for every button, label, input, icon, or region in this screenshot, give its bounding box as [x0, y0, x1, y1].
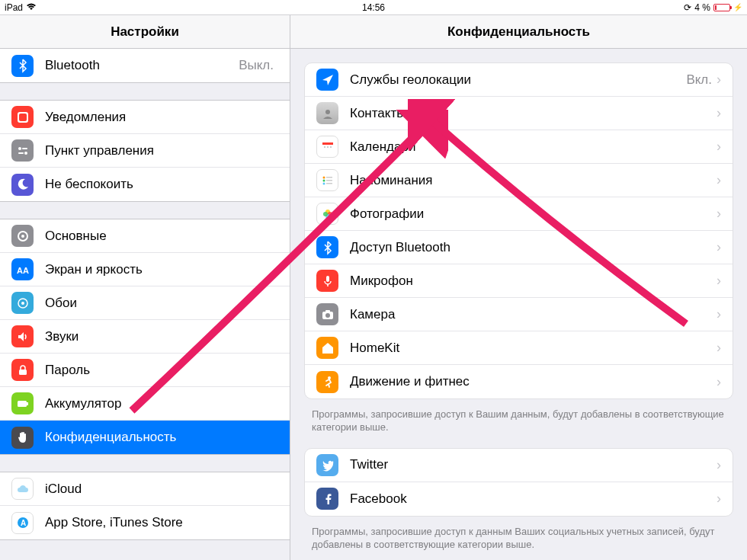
- detail-title: Конфиденциальность: [290, 15, 747, 48]
- detail-item-calendars[interactable]: Календари ›: [305, 130, 733, 164]
- row-label: Twitter: [350, 457, 717, 472]
- row-label: Календари: [350, 139, 717, 155]
- detail-item-reminders[interactable]: Напоминания ›: [305, 164, 733, 197]
- hand-icon: [11, 427, 34, 449]
- sidebar-item-bluetooth[interactable]: Bluetooth Выкл.: [0, 49, 290, 82]
- chevron-right-icon: ›: [717, 340, 721, 356]
- wifi-icon: [26, 2, 37, 13]
- svg-point-22: [322, 176, 325, 178]
- sidebar-item-passcode[interactable]: Пароль: [0, 354, 290, 387]
- sidebar-item-sounds[interactable]: Звуки: [0, 320, 290, 354]
- row-label: Не беспокоить: [45, 177, 278, 192]
- svg-rect-5: [18, 152, 24, 154]
- row-label: Службы геолокации: [350, 72, 686, 88]
- detail-item-contacts[interactable]: Контакты ›: [305, 97, 733, 130]
- row-label: Напоминания: [350, 173, 717, 188]
- detail-footer-0: Программы, запросившие доступ к Вашим да…: [290, 404, 747, 434]
- sidebar-item-general[interactable]: Основные: [0, 219, 290, 253]
- svg-rect-19: [324, 146, 325, 148]
- cloud-icon: [11, 478, 34, 500]
- chevron-right-icon: ›: [717, 491, 721, 507]
- row-label: Уведомления: [45, 110, 278, 125]
- sidebar-title: Настройки: [0, 15, 290, 48]
- svg-rect-3: [22, 148, 27, 149]
- row-label: Экран и яркость: [45, 262, 278, 277]
- svg-text:A: A: [21, 519, 26, 527]
- row-label: Аккумулятор: [45, 396, 278, 411]
- motion-icon: [316, 371, 338, 393]
- detail-pane: Службы геолокации Вкл. › Контакты › Кале…: [290, 49, 747, 560]
- status-bar: iPad 14:56 ⟳ 4 % ⚡: [0, 0, 747, 15]
- chevron-right-icon: ›: [717, 172, 721, 188]
- chevron-right-icon: ›: [717, 374, 721, 390]
- row-label: Конфиденциальность: [45, 430, 278, 445]
- sidebar-item-control-center[interactable]: Пункт управления: [0, 134, 290, 168]
- svg-point-35: [325, 313, 330, 318]
- chevron-right-icon: ›: [717, 206, 721, 222]
- svg-text:AA: AA: [17, 266, 29, 275]
- twitter-icon: [316, 454, 338, 476]
- row-label: Пароль: [45, 363, 278, 378]
- row-label: Основные: [45, 229, 278, 244]
- sidebar-item-notifications[interactable]: Уведомления: [0, 101, 290, 134]
- chevron-right-icon: ›: [717, 273, 721, 289]
- row-label: App Store, iTunes Store: [45, 515, 278, 530]
- detail-item-facebook[interactable]: Facebook ›: [305, 482, 733, 516]
- orientation-lock-icon: ⟳: [684, 2, 691, 13]
- sidebar-item-wallpaper[interactable]: Обои: [0, 286, 290, 320]
- detail-item-location[interactable]: Службы геолокации Вкл. ›: [305, 63, 733, 97]
- notifications-icon: [11, 106, 34, 128]
- row-label: Facebook: [350, 491, 717, 507]
- row-label: Микрофон: [350, 274, 717, 289]
- row-value: Вкл.: [686, 72, 712, 88]
- microphone-icon: [316, 270, 338, 292]
- camera-icon: [316, 303, 338, 325]
- detail-item-photos[interactable]: Фотографии ›: [305, 197, 733, 231]
- sidebar-item-display[interactable]: AA Экран и яркость: [0, 253, 290, 286]
- sidebar-item-appstore[interactable]: A App Store, iTunes Store: [0, 506, 290, 539]
- svg-rect-20: [327, 146, 329, 148]
- row-label: Контакты: [350, 106, 717, 121]
- svg-rect-36: [325, 310, 330, 312]
- svg-point-31: [323, 212, 328, 216]
- detail-item-twitter[interactable]: Twitter ›: [305, 449, 733, 482]
- svg-rect-12: [18, 401, 27, 407]
- row-label: Фотографии: [350, 206, 717, 222]
- row-label: Bluetooth: [45, 58, 239, 73]
- detail-item-camera[interactable]: Камера ›: [305, 298, 733, 331]
- row-value: Выкл.: [239, 58, 274, 73]
- control-center-icon: [11, 139, 34, 162]
- settings-sidebar: Bluetooth Выкл. Уведомления Пункт управл…: [0, 49, 290, 560]
- svg-point-10: [21, 302, 24, 305]
- battery-icon: [713, 4, 730, 11]
- detail-item-motion[interactable]: Движение и фитнес ›: [305, 365, 733, 398]
- row-label: Обои: [45, 296, 278, 311]
- home-icon: [316, 337, 338, 359]
- wallpaper-icon: [11, 292, 34, 314]
- svg-rect-32: [326, 276, 329, 282]
- lock-icon: [11, 359, 34, 381]
- row-label: Доступ Bluetooth: [350, 240, 717, 255]
- svg-point-24: [322, 182, 325, 184]
- moon-icon: [11, 174, 34, 196]
- row-label: Камера: [350, 307, 717, 322]
- row-label: Звуки: [45, 329, 278, 344]
- detail-item-microphone[interactable]: Микрофон ›: [305, 264, 733, 298]
- svg-rect-21: [330, 146, 332, 148]
- device-label: iPad: [5, 2, 23, 13]
- sidebar-item-battery[interactable]: Аккумулятор: [0, 387, 290, 421]
- calendar-icon: [316, 136, 338, 158]
- detail-item-bluetooth-share[interactable]: Доступ Bluetooth ›: [305, 231, 733, 264]
- bluetooth-share-icon: [316, 236, 338, 258]
- sidebar-item-privacy[interactable]: Конфиденциальность: [0, 421, 290, 454]
- svg-rect-1: [19, 114, 27, 121]
- sidebar-item-icloud[interactable]: iCloud: [0, 472, 290, 506]
- display-icon: AA: [11, 258, 34, 280]
- detail-item-homekit[interactable]: HomeKit ›: [305, 331, 733, 365]
- svg-point-2: [18, 147, 21, 150]
- sidebar-item-dnd[interactable]: Не беспокоить: [0, 168, 290, 201]
- chevron-right-icon: ›: [717, 239, 721, 255]
- svg-rect-25: [326, 177, 332, 178]
- chevron-right-icon: ›: [717, 72, 721, 88]
- location-icon: [316, 69, 338, 91]
